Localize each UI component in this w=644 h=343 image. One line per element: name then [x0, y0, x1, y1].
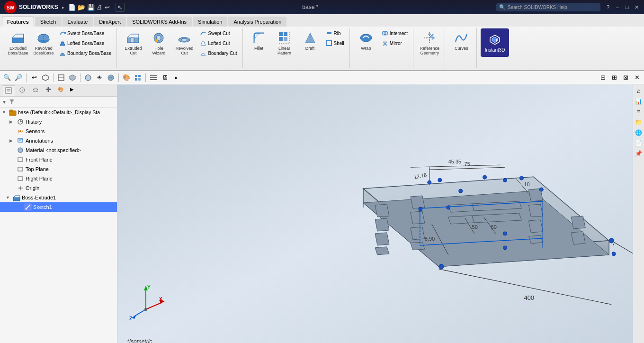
- shadows-button[interactable]: ☀: [94, 72, 105, 83]
- minimize-button[interactable]: –: [614, 3, 621, 11]
- svg-point-144: [483, 175, 487, 179]
- tree-item-origin[interactable]: Origin: [0, 183, 117, 193]
- tab-analysis[interactable]: Analysis Preparation: [228, 17, 286, 27]
- tree-item-top-plane[interactable]: Top Plane: [0, 164, 117, 174]
- swept-cut-button[interactable]: Swept Cut: [197, 28, 239, 38]
- new-icon[interactable]: 📄: [68, 4, 76, 11]
- lofted-boss-button[interactable]: Lofted Boss/Base: [57, 38, 114, 48]
- view-close-button[interactable]: ✕: [632, 72, 642, 83]
- zoom-window-button[interactable]: 🔎: [13, 72, 24, 83]
- shell-button[interactable]: Shell: [323, 38, 347, 48]
- sidebar-expand-button[interactable]: ▶: [67, 85, 77, 96]
- group-instant3d-items: 3D Instant3D: [481, 28, 509, 68]
- rp-pin-button[interactable]: 📌: [634, 149, 644, 158]
- tree-item-right-plane[interactable]: Right Plane: [0, 174, 117, 183]
- sidebar-tab-property[interactable]: i: [16, 85, 28, 96]
- tree-item-annotations[interactable]: ▶ Annotations: [0, 136, 117, 145]
- reference-geometry-button[interactable]: ReferenceGeometry: [417, 28, 442, 58]
- tab-evaluate[interactable]: Evaluate: [63, 17, 93, 27]
- group-wrap-mirror: Wrap Intersect Mirror: [351, 28, 413, 68]
- save-icon[interactable]: 💾: [87, 4, 95, 11]
- tab-features[interactable]: Features: [2, 17, 34, 27]
- more-button[interactable]: ▸: [171, 72, 181, 83]
- extruded-boss-button[interactable]: ExtrudedBoss/Base: [6, 28, 30, 58]
- svg-point-143: [438, 178, 442, 182]
- rp-doc-button[interactable]: 📄: [634, 138, 644, 148]
- wrap-button[interactable]: Wrap: [354, 28, 378, 57]
- rp-globe-button[interactable]: 🌐: [634, 128, 644, 137]
- sidebar-tab-plus[interactable]: ➕: [43, 85, 54, 96]
- lofted-cut-label: Lofted Cut: [208, 41, 230, 46]
- instant3d-button[interactable]: 3D Instant3D: [481, 28, 509, 57]
- features-small-col: Rib Shell: [323, 28, 347, 48]
- boundary-boss-button[interactable]: Boundary Boss/Base: [57, 48, 114, 58]
- intersect-mirror-col: Intersect Mirror: [379, 28, 410, 48]
- monitor-button[interactable]: 🖥: [160, 72, 170, 83]
- tree-arrow-annotations: ▶: [9, 138, 15, 143]
- intersect-button[interactable]: Intersect: [379, 28, 410, 38]
- select-icon[interactable]: ↖: [116, 3, 125, 12]
- zoom-to-fit-button[interactable]: 🔍: [2, 72, 12, 83]
- section-view-button[interactable]: [56, 72, 66, 83]
- revolved-cut-button[interactable]: RevolvedCut: [172, 28, 197, 58]
- open-icon[interactable]: 📂: [78, 4, 85, 11]
- sidebar-tab-config[interactable]: [29, 85, 42, 96]
- lofted-cut-button[interactable]: Lofted Cut: [197, 38, 239, 48]
- print-icon[interactable]: 🖨: [97, 4, 103, 11]
- fillet-button[interactable]: Fillet: [247, 28, 271, 57]
- svg-rect-24: [327, 32, 331, 34]
- curves-button[interactable]: Curves: [449, 28, 474, 57]
- display-manager-button[interactable]: [133, 72, 143, 83]
- help-button[interactable]: ?: [604, 3, 612, 11]
- swept-boss-button[interactable]: Swept Boss/Base: [57, 28, 114, 38]
- view-settings-button[interactable]: [148, 72, 159, 83]
- view-minimize-button[interactable]: ⊟: [598, 72, 608, 83]
- filter-button[interactable]: [8, 98, 16, 106]
- mirror-button[interactable]: Mirror: [379, 38, 410, 48]
- draft-button[interactable]: Draft: [298, 28, 322, 57]
- revolved-boss-button[interactable]: RevolvedBoss/Base: [31, 28, 56, 58]
- display-style-button[interactable]: [67, 72, 78, 83]
- tree-item-material[interactable]: Material <not specified>: [0, 145, 117, 155]
- tree-item-sketch1[interactable]: Sketch1: [0, 202, 117, 212]
- svg-point-133: [428, 181, 431, 184]
- view-split-button[interactable]: ⊠: [620, 72, 631, 83]
- tab-sketch[interactable]: Sketch: [35, 17, 62, 27]
- rib-button[interactable]: Rib: [323, 28, 347, 38]
- sidebar-tab-display[interactable]: 🎨: [55, 85, 66, 96]
- 3d-view-button[interactable]: [40, 72, 51, 83]
- tree-item-history[interactable]: ▶ History: [0, 117, 117, 126]
- viewport[interactable]: 🔍 🎨: [117, 84, 633, 343]
- tab-dimxpert[interactable]: DimXpert: [94, 17, 126, 27]
- previous-view-button[interactable]: ↩: [29, 72, 39, 83]
- svg-rect-49: [150, 77, 157, 78]
- search-bar[interactable]: 🔍 Search SOLIDWORKS Help: [496, 3, 600, 11]
- rp-home-button[interactable]: ⌂: [634, 86, 644, 96]
- rp-chart-button[interactable]: 📊: [634, 97, 644, 106]
- hole-wizard-button[interactable]: HoleWizard: [146, 28, 171, 58]
- ambient-occlusion-button[interactable]: [106, 72, 116, 83]
- tab-addins[interactable]: SOLIDWORKS Add-Ins: [127, 17, 192, 27]
- extruded-cut-button[interactable]: ExtrudedCut: [121, 28, 145, 58]
- shading-button[interactable]: [83, 72, 93, 83]
- tree-item-base-root[interactable]: ▼ base (Default<<Default>_Display Sta: [0, 108, 117, 117]
- boundary-cut-button[interactable]: Boundary Cut: [197, 48, 239, 58]
- render-button[interactable]: 🎨: [121, 72, 132, 83]
- maximize-button[interactable]: □: [623, 3, 631, 11]
- boss-extrude1-label: Boss-Extrude1: [22, 195, 56, 200]
- close-button[interactable]: ✕: [633, 3, 640, 11]
- undo-icon[interactable]: ↩: [105, 4, 110, 11]
- view-restore-button[interactable]: ⊞: [609, 72, 619, 83]
- svg-marker-37: [43, 75, 48, 81]
- tab-simulation[interactable]: Simulation: [193, 17, 227, 27]
- tree-item-sensors[interactable]: Sensors: [0, 126, 117, 136]
- svg-marker-101: [411, 242, 425, 250]
- tree-item-front-plane[interactable]: Front Plane: [0, 155, 117, 164]
- search-icon: 🔍: [499, 4, 506, 10]
- rp-folder-button[interactable]: 📁: [634, 117, 644, 127]
- linear-pattern-button[interactable]: LinearPattern: [272, 28, 297, 58]
- svg-rect-17: [284, 32, 287, 36]
- tree-item-boss-extrude1[interactable]: ▼ Boss-Extrude1: [0, 193, 117, 202]
- rp-list-button[interactable]: ≡: [634, 107, 644, 117]
- sidebar-tab-feature-tree[interactable]: [2, 85, 15, 96]
